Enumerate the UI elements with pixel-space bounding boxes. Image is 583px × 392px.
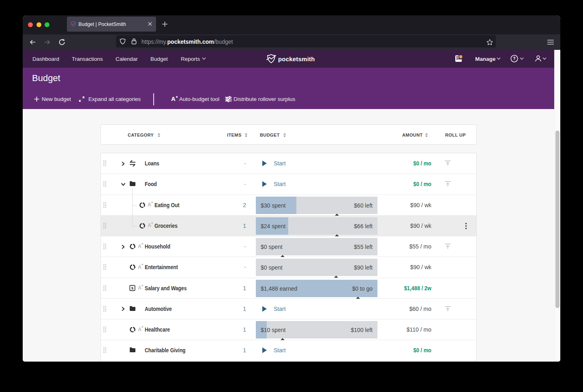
svg-text:$: $ <box>131 286 134 290</box>
svg-text:?: ? <box>513 56 515 61</box>
